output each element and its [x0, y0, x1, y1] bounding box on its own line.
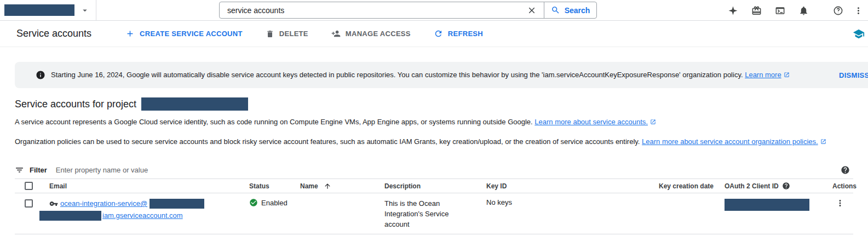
row-checkbox[interactable]: [25, 199, 33, 208]
more-vert-icon: [835, 198, 845, 208]
service-account-email-link[interactable]: ocean-integration-service@: [60, 198, 147, 209]
status-text: Enabled: [261, 199, 288, 207]
info-icon: [36, 70, 45, 80]
banner-learn-more-link[interactable]: Learn more: [745, 71, 781, 79]
project-name-redacted: [4, 4, 74, 16]
dismiss-button[interactable]: DISMISS: [839, 71, 868, 79]
policies-text: Organization policies can be used to sec…: [15, 137, 640, 146]
email-line-2: iam.gserviceaccount.com: [39, 210, 249, 221]
create-service-account-label: CREATE SERVICE ACCOUNT: [140, 30, 243, 38]
top-app-bar: Search: [0, 0, 868, 21]
column-header-actions: Actions: [829, 182, 853, 190]
learn-more-org-policies-link[interactable]: Learn more about service account organiz…: [642, 137, 818, 146]
actions-cell: [829, 198, 853, 208]
terminal-icon: [775, 5, 785, 16]
service-accounts-table: Email Status Name Description Key ID Key…: [15, 179, 853, 234]
filter-help-icon[interactable]: [841, 165, 850, 175]
filter-list-icon: [15, 165, 24, 175]
description-cell: This is the Ocean Integration's Service …: [384, 198, 486, 229]
learn-panel-button[interactable]: [853, 28, 865, 40]
intro-text: A service account represents a Google Cl…: [15, 118, 533, 126]
status-cell: Enabled: [249, 198, 300, 207]
key-icon: [49, 199, 58, 208]
gift-icon: [751, 5, 762, 16]
clear-search-button[interactable]: [520, 2, 544, 18]
delete-button[interactable]: DELETE: [266, 30, 308, 38]
policies-paragraph: Organization policies can be used to sec…: [15, 137, 868, 147]
refresh-icon: [434, 29, 443, 38]
more-vert-icon: [853, 5, 864, 16]
email-project-redacted: [39, 211, 101, 221]
search-icon: [551, 5, 560, 15]
column-header-name-label: Name: [300, 182, 318, 190]
free-trial-button[interactable]: [751, 5, 762, 16]
name-cell: [300, 198, 384, 198]
bell-icon: [798, 5, 809, 16]
intro-paragraph: A service account represents a Google Cl…: [15, 118, 868, 127]
notifications-button[interactable]: [798, 5, 809, 16]
create-service-account-button[interactable]: CREATE SERVICE ACCOUNT: [125, 29, 243, 38]
email-domain-redacted: [150, 199, 204, 209]
more-options-button[interactable]: [853, 5, 864, 16]
manage-access-label: MANAGE ACCESS: [346, 30, 411, 38]
search-input[interactable]: [220, 2, 520, 18]
sort-ascending-icon: [324, 182, 331, 190]
column-header-status[interactable]: Status: [249, 182, 300, 190]
table-header-row: Email Status Name Description Key ID Key…: [15, 179, 853, 193]
description-text: This is the Ocean Integration's Service …: [384, 198, 457, 229]
search-button[interactable]: Search: [544, 2, 596, 18]
section-heading-text: Service accounts for project: [15, 99, 136, 110]
close-icon: [527, 5, 537, 15]
delete-label: DELETE: [279, 30, 308, 38]
page-toolbar: Service accounts CREATE SERVICE ACCOUNT …: [0, 21, 868, 47]
plus-icon: [125, 29, 135, 38]
project-selector[interactable]: [0, 0, 96, 21]
column-header-key-creation-date[interactable]: Key creation date: [659, 182, 725, 190]
service-account-domain-link[interactable]: iam.gserviceaccount.com: [102, 210, 183, 221]
sparkle-icon: [728, 5, 738, 16]
column-header-oauth2-client-id[interactable]: OAuth 2 Client ID: [725, 182, 829, 190]
chevron-down-icon: [80, 5, 90, 15]
column-header-email[interactable]: Email: [49, 182, 249, 190]
refresh-button[interactable]: REFRESH: [434, 29, 483, 38]
email-line-1: ocean-integration-service@: [49, 198, 249, 209]
page-title: Service accounts: [16, 28, 91, 39]
check-circle-icon: [249, 198, 258, 207]
help-icon: [833, 5, 843, 16]
external-link-icon: [650, 118, 656, 127]
filter-bar: Filter: [15, 162, 853, 179]
manage-access-button[interactable]: MANAGE ACCESS: [331, 29, 411, 38]
help-button[interactable]: [833, 5, 843, 16]
cloud-shell-button[interactable]: [775, 5, 785, 16]
oauth2-help-icon[interactable]: [782, 182, 790, 190]
column-header-key-id[interactable]: Key ID: [486, 182, 659, 190]
column-header-description[interactable]: Description: [384, 182, 486, 190]
refresh-label: REFRESH: [448, 30, 483, 38]
search-box: Search: [219, 2, 597, 19]
search-button-label: Search: [565, 6, 590, 15]
filter-label: Filter: [30, 166, 47, 174]
key-creation-date-cell: [659, 198, 725, 198]
banner-message: Starting June 16, 2024, Google will auto…: [51, 71, 790, 79]
oauth2-client-id-redacted: [725, 199, 809, 211]
external-link-icon: [784, 71, 790, 79]
oauth2-client-id-cell: [725, 198, 829, 212]
column-header-oauth2-label: OAuth 2 Client ID: [725, 182, 779, 190]
learn-more-service-accounts-link[interactable]: Learn more about service accounts.: [534, 118, 648, 126]
external-link-icon: [820, 138, 826, 147]
email-cell: ocean-integration-service@ iam.gservicea…: [49, 198, 249, 221]
section-heading: Service accounts for project: [15, 97, 868, 111]
select-all-checkbox[interactable]: [25, 182, 33, 190]
row-checkbox-cell: [15, 198, 49, 209]
header-checkbox-cell: [15, 182, 49, 190]
filter-input[interactable]: [56, 166, 549, 174]
column-header-name[interactable]: Name: [300, 182, 384, 190]
gemini-button[interactable]: [728, 5, 738, 16]
row-actions-button[interactable]: [835, 198, 845, 208]
banner-message-text: Starting June 16, 2024, Google will auto…: [51, 71, 743, 79]
trash-icon: [266, 30, 274, 38]
key-id-cell: No keys: [486, 198, 659, 206]
info-banner: Starting June 16, 2024, Google will auto…: [15, 62, 868, 88]
school-icon: [853, 28, 865, 40]
table-row: ocean-integration-service@ iam.gservicea…: [15, 193, 853, 234]
